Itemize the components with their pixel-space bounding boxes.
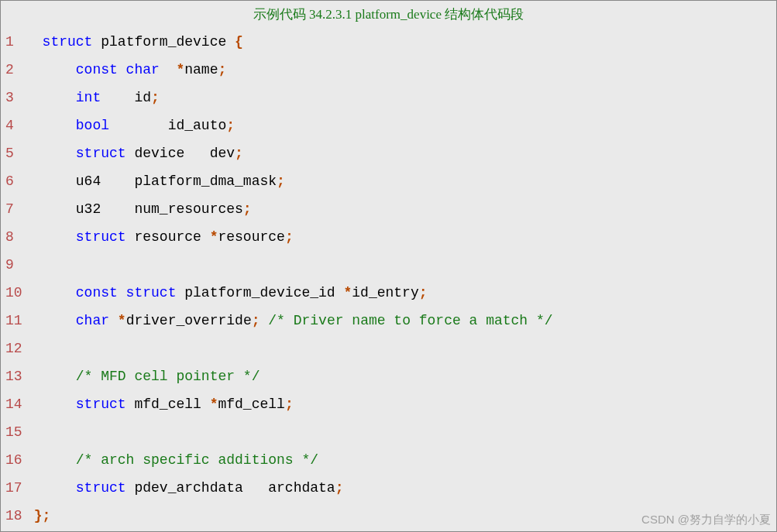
token-punct: * <box>118 313 126 328</box>
code-content: struct pdev_archdata archdata; <box>26 474 776 502</box>
code-title: 示例代码 34.2.3.1 platform_device 结构体代码段 <box>1 4 776 28</box>
token-ident: pdev_archdata archdata <box>126 480 335 496</box>
token-ident <box>26 146 76 161</box>
token-punct: ; <box>218 62 226 77</box>
code-line: 17 struct pdev_archdata archdata; <box>1 474 776 502</box>
token-ident: driver_override <box>126 313 252 328</box>
code-content: struct device dev; <box>26 139 776 167</box>
code-content: /* MFD cell pointer */ <box>26 362 776 390</box>
token-punct: ; <box>285 229 294 245</box>
token-ident <box>26 396 76 412</box>
token-ident <box>26 369 76 384</box>
token-punct: }; <box>34 508 51 523</box>
code-content: int id; <box>26 84 776 112</box>
code-content: struct platform_device { <box>26 28 776 56</box>
code-line: 14 struct mfd_cell *mfd_cell; <box>1 390 776 418</box>
code-line: 2 const char *name; <box>1 56 776 84</box>
code-content: struct resource *resource; <box>26 223 776 251</box>
token-kw: struct <box>76 480 126 496</box>
token-ident <box>26 452 76 468</box>
line-number: 3 <box>1 84 26 112</box>
code-line: 3 int id; <box>1 84 776 112</box>
token-kw: struct <box>76 396 126 412</box>
token-ident: id_entry <box>352 285 418 300</box>
token-ident <box>26 285 76 300</box>
token-ident <box>260 313 269 328</box>
token-kw: char <box>76 313 109 328</box>
token-ident <box>109 313 118 328</box>
code-lines-container: 1 struct platform_device {2 const char *… <box>1 28 776 530</box>
watermark: CSDN @努力自学的小夏 <box>641 513 771 527</box>
token-ident <box>26 90 76 105</box>
line-number: 5 <box>1 139 26 167</box>
token-punct: ; <box>235 146 243 161</box>
code-content <box>26 251 776 279</box>
token-punct: * <box>343 285 352 300</box>
code-content: const struct platform_device_id *id_entr… <box>26 279 776 307</box>
token-ident: name <box>184 62 218 77</box>
token-ident: platform_device_id <box>176 285 343 300</box>
code-content: char *driver_override; /* Driver name to… <box>26 307 776 335</box>
code-line: 9 <box>1 251 776 279</box>
code-content <box>26 335 776 362</box>
token-kw: const char <box>76 62 160 77</box>
token-punct: ; <box>285 396 294 412</box>
code-content <box>26 418 776 446</box>
token-punct: * <box>210 396 218 412</box>
code-line: 8 struct resource *resource; <box>1 223 776 251</box>
token-punct: * <box>176 62 184 77</box>
token-ident: device dev <box>126 146 235 161</box>
code-content: u64 platform_dma_mask; <box>26 167 776 195</box>
token-punct: ; <box>151 90 160 105</box>
token-kw: bool <box>76 118 109 133</box>
code-line: 7 u32 num_resources; <box>1 195 776 223</box>
line-number: 13 <box>1 362 26 390</box>
token-ident <box>26 229 76 245</box>
code-line: 6 u64 platform_dma_mask; <box>1 167 776 195</box>
line-number: 15 <box>1 418 26 446</box>
token-ident: resource <box>126 229 210 245</box>
token-ident <box>26 62 76 77</box>
line-number: 16 <box>1 446 26 474</box>
code-content: u32 num_resources; <box>26 195 776 223</box>
token-punct: * <box>210 229 218 245</box>
code-line: 5 struct device dev; <box>1 139 776 167</box>
code-block: 示例代码 34.2.3.1 platform_device 结构体代码段 1 s… <box>0 0 777 532</box>
token-ident: mfd_cell <box>218 396 284 412</box>
line-number: 8 <box>1 223 26 251</box>
token-ident: id <box>101 90 151 105</box>
token-ident <box>26 508 34 523</box>
code-line: 13 /* MFD cell pointer */ <box>1 362 776 390</box>
token-punct: ; <box>419 285 428 300</box>
token-punct: ; <box>252 313 260 328</box>
token-ident: platform_device <box>92 34 235 50</box>
code-line: 10 const struct platform_device_id *id_e… <box>1 279 776 307</box>
token-ident: mfd_cell <box>126 396 210 412</box>
token-kw: const struct <box>76 285 177 300</box>
token-ident <box>26 313 76 328</box>
token-punct: ; <box>226 118 235 133</box>
line-number: 18 <box>1 502 26 530</box>
code-line: 4 bool id_auto; <box>1 112 776 139</box>
line-number: 11 <box>1 307 26 335</box>
code-line: 12 <box>1 335 776 362</box>
token-ident <box>26 118 76 133</box>
code-line: 11 char *driver_override; /* Driver name… <box>1 307 776 335</box>
token-kw: struct <box>26 34 92 50</box>
code-line: 16 /* arch specific additions */ <box>1 446 776 474</box>
token-punct: ; <box>243 201 252 217</box>
token-ident: id_auto <box>109 118 226 133</box>
line-number: 1 <box>1 28 26 56</box>
token-ident <box>160 62 177 77</box>
token-comment: /* arch specific additions */ <box>76 452 318 468</box>
token-punct: ; <box>277 173 285 189</box>
line-number: 10 <box>1 279 26 307</box>
line-number: 14 <box>1 390 26 418</box>
line-number: 6 <box>1 167 26 195</box>
token-comment: /* MFD cell pointer */ <box>76 369 260 384</box>
code-content: /* arch specific additions */ <box>26 446 776 474</box>
token-ident: resource <box>218 229 284 245</box>
code-line: 1 struct platform_device { <box>1 28 776 56</box>
line-number: 9 <box>1 251 26 279</box>
token-ident: u32 num_resources <box>26 201 243 217</box>
